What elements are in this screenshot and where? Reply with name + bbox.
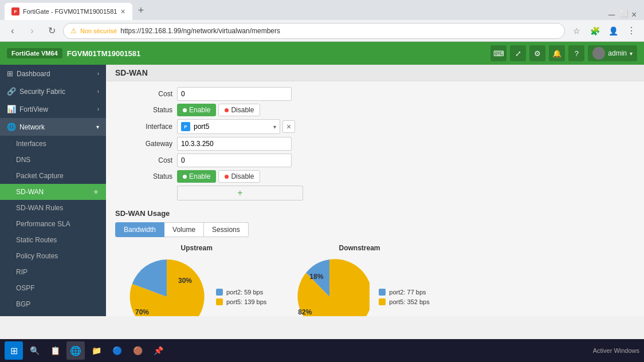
- sidebar-item-dashboard[interactable]: ⊞ Dashboard ›: [0, 65, 106, 82]
- form-row-status2: Status Enable Disable: [115, 170, 635, 183]
- section-title: SD-WAN: [106, 65, 644, 81]
- sidebar-item-bgp[interactable]: BGP: [0, 296, 106, 312]
- tab-title: FortiGate - FGVM01TM19001581: [23, 8, 117, 15]
- expand-btn[interactable]: ⤢: [510, 45, 526, 61]
- sidebar-item-ospf[interactable]: OSPF: [0, 280, 106, 296]
- admin-label: admin: [608, 49, 627, 57]
- taskbar-search-btn[interactable]: 🔍: [25, 341, 44, 360]
- gateway-input[interactable]: [177, 137, 292, 151]
- taskbar-search-icon: 🔍: [30, 346, 40, 355]
- chevron-right-icon2: ›: [97, 88, 99, 95]
- taskbar-start-btn[interactable]: ⊞: [5, 341, 23, 360]
- app-hostname: FGVM01TM19001581: [67, 49, 141, 58]
- legend-color-blue: [216, 289, 223, 296]
- sidebar-item-network[interactable]: 🌐 Network ▾: [0, 118, 106, 136]
- sidebar-label-sd-wan-rules: SD-WAN Rules: [16, 204, 63, 212]
- sidebar-item-rip[interactable]: RIP: [0, 264, 106, 280]
- sidebar-label-rip: RIP: [16, 268, 28, 276]
- add-member-btn[interactable]: +: [177, 186, 303, 200]
- taskbar-activate: Activer Windows: [593, 347, 639, 354]
- windows-icon: ⊞: [10, 345, 18, 356]
- settings-btn[interactable]: ⚙: [529, 45, 545, 61]
- status1-label: Status: [115, 106, 172, 114]
- interface-select[interactable]: P port5 ▾: [177, 119, 280, 134]
- cost2-input[interactable]: [177, 154, 292, 167]
- downstream-chart-wrapper: 18% 82% port2: 77 bps: [289, 257, 429, 316]
- profile-btn[interactable]: 👤: [605, 23, 621, 39]
- browser-nav: ‹ › ↻ ⚠ Non sécurisé https://192.168.1.9…: [0, 20, 644, 42]
- admin-arrow: ▾: [630, 50, 633, 57]
- close-icon[interactable]: ×: [120, 7, 125, 16]
- upstream-legend-port2: port2: 59 bps: [216, 289, 266, 296]
- browser-tab[interactable]: F FortiGate - FGVM01TM19001581 ×: [5, 3, 132, 20]
- close-btn[interactable]: ×: [631, 10, 639, 18]
- main-layout: ⊞ Dashboard › 🔗 Security Fabric › 📊 Fort…: [0, 65, 644, 316]
- downstream-chart-container: Downstream 18%: [289, 244, 429, 316]
- terminal-btn[interactable]: ⌨: [490, 45, 506, 61]
- taskbar-explorer-btn[interactable]: 📁: [87, 341, 105, 360]
- sidebar-item-performance-sla[interactable]: Performance SLA: [0, 216, 106, 232]
- tab-sessions[interactable]: Sessions: [204, 222, 249, 237]
- taskbar-task-btn[interactable]: 📋: [46, 341, 64, 360]
- back-btn[interactable]: ‹: [5, 23, 21, 39]
- star-icon: ★: [93, 188, 99, 196]
- sidebar-item-dns[interactable]: DNS: [0, 152, 106, 168]
- tab-volume[interactable]: Volume: [164, 222, 204, 237]
- disable2-dot: [225, 175, 229, 179]
- sidebar-item-sd-wan-rules[interactable]: SD-WAN Rules: [0, 200, 106, 216]
- interface-delete-btn[interactable]: ×: [282, 120, 295, 133]
- network-icon: 🌐: [7, 123, 16, 131]
- disable2-label: Disable: [231, 172, 254, 180]
- window-controls: ─ ⬜ ×: [608, 10, 639, 18]
- form-row-interface: Interface P port5 ▾ ×: [115, 119, 635, 134]
- form-section: Cost Status Enable Disable: [106, 81, 644, 206]
- bookmark-btn[interactable]: ☆: [568, 23, 584, 39]
- usage-tabs: Bandwidth Volume Sessions: [115, 222, 635, 237]
- chevron-right-icon3: ›: [97, 106, 99, 112]
- taskbar-explorer-icon: 📁: [92, 346, 101, 355]
- taskbar-icon1: 🔵: [112, 346, 122, 355]
- new-tab-btn[interactable]: +: [132, 2, 150, 19]
- enable1-btn[interactable]: Enable: [177, 104, 216, 116]
- taskbar-icon2: 🟤: [133, 346, 143, 355]
- reload-btn[interactable]: ↻: [44, 23, 60, 39]
- upstream-chart-container: Upstream 30% 70: [127, 244, 266, 316]
- taskbar-icon1-btn[interactable]: 🔵: [108, 341, 126, 360]
- minimize-btn[interactable]: ─: [608, 10, 616, 18]
- upstream-label-blue: 30%: [178, 277, 192, 285]
- interface-select-wrapper: P port5 ▾ ×: [177, 119, 295, 134]
- extensions-btn[interactable]: 🧩: [587, 23, 603, 39]
- address-bar[interactable]: ⚠ Non sécurisé https://192.168.1.99/ng/n…: [63, 23, 565, 39]
- tab-bandwidth[interactable]: Bandwidth: [115, 222, 164, 237]
- form-row-status1: Status Enable Disable: [115, 104, 635, 116]
- form-row-add: +: [115, 186, 635, 200]
- status1-controls: Enable Disable: [177, 104, 260, 116]
- taskbar-edge-btn[interactable]: 🌐: [66, 341, 85, 360]
- disable1-label: Disable: [231, 106, 254, 114]
- disable2-btn[interactable]: Disable: [218, 170, 260, 183]
- chevron-down-icon: ▾: [96, 124, 99, 130]
- sidebar-item-security-fabric[interactable]: 🔗 Security Fabric ›: [0, 82, 106, 100]
- sidebar-label-packet-capture: Packet Capture: [16, 172, 64, 180]
- taskbar-icon3-btn[interactable]: 📌: [149, 341, 167, 360]
- sidebar-item-static-routes[interactable]: Static Routes: [0, 232, 106, 248]
- restore-btn[interactable]: ⬜: [620, 10, 628, 18]
- sidebar-item-fortiview[interactable]: 📊 FortiView ›: [0, 100, 106, 118]
- menu-btn[interactable]: ⋮: [623, 23, 639, 39]
- taskbar-icon2-btn[interactable]: 🟤: [128, 341, 147, 360]
- updates-btn[interactable]: 🔔: [549, 45, 565, 61]
- sidebar-item-policy-routes[interactable]: Policy Routes: [0, 248, 106, 264]
- cost1-input[interactable]: [177, 87, 292, 101]
- forward-btn[interactable]: ›: [24, 23, 40, 39]
- sidebar-item-interfaces[interactable]: Interfaces: [0, 136, 106, 152]
- sidebar-item-multicast[interactable]: Multicast: [0, 312, 106, 316]
- sidebar-item-packet-capture[interactable]: Packet Capture: [0, 168, 106, 184]
- disable1-btn[interactable]: Disable: [218, 104, 260, 116]
- sidebar-label-sd-wan: SD-WAN: [16, 188, 44, 196]
- upstream-pie: 30% 70%: [127, 257, 207, 316]
- support-btn[interactable]: ?: [568, 45, 584, 61]
- content-area: SD-WAN Cost Status Enable: [106, 65, 644, 316]
- enable2-btn[interactable]: Enable: [177, 170, 216, 183]
- sidebar-item-sd-wan[interactable]: SD-WAN ★: [0, 184, 106, 200]
- admin-btn[interactable]: admin ▾: [588, 45, 637, 61]
